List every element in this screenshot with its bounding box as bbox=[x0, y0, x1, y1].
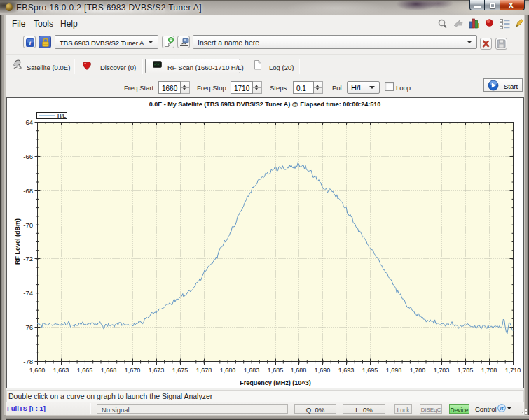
svg-text:1,693: 1,693 bbox=[338, 367, 355, 374]
svg-text:1,673: 1,673 bbox=[149, 367, 165, 374]
svg-text:1,670: 1,670 bbox=[125, 367, 141, 374]
svg-text:1,703: 1,703 bbox=[434, 367, 450, 374]
svg-text:1,660: 1,660 bbox=[29, 367, 46, 374]
svg-text:-66: -66 bbox=[23, 153, 33, 160]
svg-text:-70: -70 bbox=[23, 221, 33, 229]
svg-text:-74: -74 bbox=[23, 289, 33, 297]
svg-text:1,683: 1,683 bbox=[244, 367, 260, 374]
svg-text:i: i bbox=[29, 39, 32, 47]
svg-text:-64: -64 bbox=[23, 118, 33, 126]
svg-text:1,675: 1,675 bbox=[172, 367, 188, 374]
svg-text:1,678: 1,678 bbox=[196, 367, 212, 374]
svg-text:it: it bbox=[500, 405, 504, 412]
svg-text:1,698: 1,698 bbox=[386, 367, 402, 374]
svg-text:1,710: 1,710 bbox=[505, 367, 521, 374]
svg-text:-78: -78 bbox=[23, 358, 33, 365]
svg-text:1,690: 1,690 bbox=[315, 367, 331, 374]
svg-text:1,695: 1,695 bbox=[362, 367, 378, 374]
svg-text:1,708: 1,708 bbox=[481, 367, 497, 374]
svg-text:1,688: 1,688 bbox=[291, 367, 307, 374]
svg-text:1,685: 1,685 bbox=[268, 367, 284, 374]
svg-text:H/L: H/L bbox=[57, 113, 67, 119]
svg-text:-68: -68 bbox=[23, 187, 33, 195]
svg-text:-72: -72 bbox=[23, 255, 33, 262]
svg-text:0.0E - My Satellite (TBS 6983: 0.0E - My Satellite (TBS 6983 DVBS/S2 Tu… bbox=[149, 101, 380, 108]
svg-text:1,668: 1,668 bbox=[101, 367, 117, 374]
svg-text:1,700: 1,700 bbox=[410, 367, 426, 374]
svg-text:1,705: 1,705 bbox=[458, 367, 474, 374]
svg-text:1,663: 1,663 bbox=[53, 367, 69, 374]
svg-text:-76: -76 bbox=[23, 323, 33, 331]
svg-text:1,680: 1,680 bbox=[220, 367, 236, 374]
svg-text:1,665: 1,665 bbox=[77, 367, 93, 374]
svg-text:Frequency (MHz) (10^3): Frequency (MHz) (10^3) bbox=[240, 379, 310, 386]
svg-text:RF Level (dBm): RF Level (dBm) bbox=[14, 218, 21, 265]
